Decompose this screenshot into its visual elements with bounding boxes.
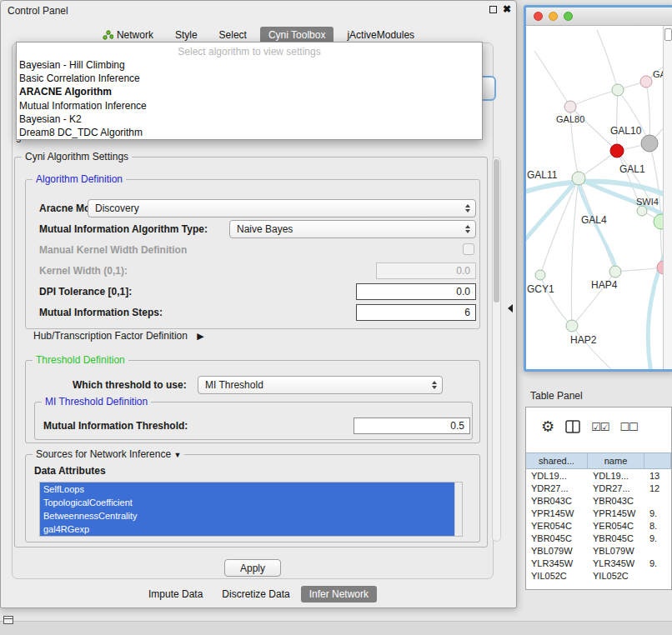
cell[interactable]: 9.	[644, 558, 671, 570]
dpi-tolerance-field[interactable]: 0.0	[356, 283, 476, 300]
dropdown-item-selected[interactable]: ARACNE Algorithm	[17, 85, 482, 98]
network-node[interactable]	[640, 76, 652, 88]
column-header[interactable]: name	[588, 453, 644, 468]
which-threshold-select[interactable]: MI Threshold	[198, 376, 443, 394]
mi-steps-field[interactable]: 6	[356, 304, 476, 321]
cell[interactable]: 9.	[644, 508, 671, 520]
network-node[interactable]	[535, 270, 545, 280]
cell[interactable]: YBR045C	[588, 532, 644, 545]
network-node[interactable]	[566, 320, 578, 332]
tab-select[interactable]: Select	[211, 27, 255, 43]
column-header[interactable]	[644, 453, 671, 468]
network-node[interactable]	[637, 206, 647, 216]
tab-discretize-data[interactable]: Discretize Data	[213, 586, 298, 602]
list-item[interactable]: gal4RGexp	[40, 522, 462, 536]
minimized-panel-icon[interactable]	[3, 616, 13, 624]
select-all-checkboxes-icon[interactable]: ☑☑	[591, 421, 609, 433]
cell[interactable]: 8.	[644, 520, 671, 532]
list-item[interactable]: SelfLoops	[40, 482, 462, 496]
table-row[interactable]: YBL079WYBL079W	[526, 545, 671, 558]
table-row[interactable]: YBR045CYBR045C9.	[526, 532, 671, 545]
scrollbar-thumb[interactable]	[664, 28, 672, 41]
float-window-icon[interactable]	[489, 6, 497, 13]
aracne-mode-select[interactable]: Discovery	[88, 199, 476, 218]
cell[interactable]: YBL079W	[526, 545, 588, 558]
close-button[interactable]	[534, 12, 543, 21]
sources-toggle[interactable]: Sources for Network Inference ▼	[33, 448, 184, 460]
tab-style[interactable]: Style	[167, 27, 206, 43]
cell[interactable]: YER054C	[588, 520, 644, 532]
dropdown-item[interactable]: Bayesian - Hill Climbing	[17, 58, 482, 72]
cell[interactable]: YBR043C	[526, 495, 588, 508]
network-node[interactable]	[641, 135, 658, 152]
table-row[interactable]: YBR043CYBR043C	[526, 495, 671, 508]
network-node[interactable]	[564, 101, 576, 112]
tab-cyni-toolbox[interactable]: Cyni Toolbox	[260, 27, 333, 43]
control-panel-titlebar[interactable]: Control Panel ✖	[1, 1, 516, 21]
cell[interactable]: YBR045C	[526, 532, 588, 545]
sources-title: Sources for Network Inference	[36, 448, 171, 460]
cell[interactable]	[644, 545, 671, 558]
cell[interactable]: YIL052C	[588, 570, 644, 582]
cell[interactable]: YDR27...	[526, 482, 588, 495]
gear-icon[interactable]: ⚙	[541, 418, 554, 436]
network-node[interactable]	[612, 84, 624, 96]
table-row[interactable]: YDR27...YDR27...12	[526, 482, 671, 495]
network-canvas[interactable]: GAL GAL80 GAL10 GAL11 GAL1 SWI4 GAL4 GCY…	[526, 26, 672, 369]
cell[interactable]: YPR145W	[588, 508, 644, 520]
scrollbar-thumb[interactable]	[494, 159, 499, 302]
list-scrollbar[interactable]	[454, 482, 462, 536]
kernel-width-field[interactable]: 0.0	[376, 262, 476, 279]
cell[interactable]: YPR145W	[526, 508, 588, 520]
network-window-titlebar[interactable]	[526, 8, 672, 26]
cell[interactable]: 9.	[644, 532, 671, 545]
node-label: GAL10	[610, 125, 642, 137]
columns-icon[interactable]	[565, 420, 580, 433]
tab-network[interactable]: Network	[94, 27, 162, 43]
tab-infer-network[interactable]: Infer Network	[301, 586, 377, 602]
hub-definition-toggle[interactable]: Hub/Transcription Factor Definition ▶	[33, 330, 204, 342]
cell[interactable]: YBR043C	[588, 495, 644, 508]
splitter-grip-icon[interactable]	[508, 304, 513, 312]
network-scrollbar[interactable]	[663, 26, 672, 369]
network-node[interactable]	[572, 172, 585, 185]
table-row[interactable]: YPR145WYPR145W9.	[526, 508, 671, 520]
cell[interactable]: YLR345W	[526, 558, 588, 570]
cell[interactable]: YDL19...	[588, 470, 644, 482]
cell[interactable]: YDL19...	[526, 470, 588, 482]
dropdown-item[interactable]: Basic Correlation Inference	[17, 72, 482, 85]
cell[interactable]	[644, 570, 671, 582]
tab-impute-data[interactable]: Impute Data	[140, 586, 211, 602]
cell[interactable]: 12	[644, 482, 671, 495]
mi-algorithm-type-select[interactable]: Naive Bayes	[229, 220, 476, 238]
minimize-button[interactable]	[549, 12, 558, 21]
data-attributes-list[interactable]: SelfLoops TopologicalCoefficient Between…	[39, 482, 463, 537]
settings-scrollbar[interactable]	[492, 157, 501, 542]
manual-kernel-width-checkbox[interactable]	[463, 243, 474, 255]
cell[interactable]: 13	[644, 470, 671, 482]
close-icon[interactable]: ✖	[503, 4, 511, 14]
list-item[interactable]: TopologicalCoefficient	[40, 496, 462, 509]
network-node[interactable]	[609, 266, 621, 278]
table-row[interactable]: YDL19...YDL19...13	[526, 470, 671, 482]
mi-threshold-field[interactable]: 0.5	[354, 418, 470, 434]
cell[interactable]: YLR345W	[588, 558, 644, 570]
cell[interactable]: YDR27...	[588, 482, 644, 495]
cell[interactable]: YBL079W	[588, 545, 644, 558]
zoom-button[interactable]	[564, 12, 573, 21]
network-node-red[interactable]	[610, 144, 624, 158]
table-row[interactable]: YIL052CYIL052C	[526, 570, 671, 582]
dropdown-item[interactable]: Bayesian - K2	[17, 112, 482, 126]
table-row[interactable]: YLR345WYLR345W9.	[526, 558, 671, 570]
apply-button[interactable]: Apply	[224, 559, 281, 577]
dropdown-item[interactable]: Mutual Information Inference	[17, 99, 482, 112]
cell[interactable]: YIL052C	[526, 570, 588, 582]
table-row[interactable]: YER054CYER054C8.	[526, 520, 671, 532]
cell[interactable]: YER054C	[526, 520, 588, 532]
list-item[interactable]: BetweennessCentrality	[40, 509, 462, 522]
cell[interactable]	[644, 495, 671, 508]
tab-jactivemodules[interactable]: jActiveModules	[339, 27, 423, 43]
dropdown-item[interactable]: Dream8 DC_TDC Algorithm	[17, 126, 482, 139]
deselect-all-checkboxes-icon[interactable]: ☐☐	[619, 421, 637, 433]
column-header[interactable]: shared...	[526, 453, 588, 468]
